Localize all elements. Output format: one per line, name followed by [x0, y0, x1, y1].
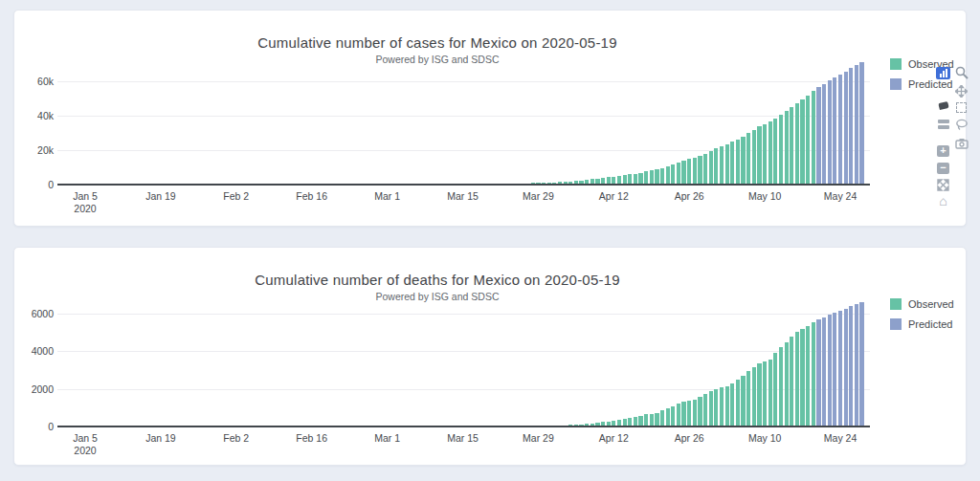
bar-predicted: [844, 309, 848, 426]
bar-observed: [746, 371, 750, 426]
legend-label: Observed: [908, 298, 954, 310]
observed-swatch-icon: [890, 58, 902, 70]
bar-observed: [703, 154, 707, 185]
y-tick-label: 60k: [14, 75, 54, 88]
bar-predicted: [828, 315, 832, 426]
x-tick-label: Feb 16: [278, 190, 345, 203]
box-select-icon[interactable]: [954, 100, 969, 114]
zoom-in-icon[interactable]: +: [936, 144, 950, 158]
bar-observed: [779, 115, 783, 185]
observed-swatch-icon: [890, 298, 902, 310]
y-tick-label: 2000: [14, 383, 54, 396]
x-tick-label: May 24: [807, 432, 874, 445]
bar-observed: [655, 413, 658, 426]
compare-hover-icon[interactable]: [936, 118, 950, 131]
y-tick-label: 6000: [14, 307, 54, 320]
y-tick-label: 20k: [14, 143, 54, 157]
legend-item-predicted[interactable]: Predicted: [890, 318, 970, 330]
x-tick-label: Apr 26: [656, 190, 723, 203]
bar-observed: [800, 99, 804, 185]
x-tick-label: Jan 52020: [52, 190, 119, 215]
autoscale-icon[interactable]: [936, 178, 950, 191]
x-tick-label: Feb 16: [278, 432, 345, 445]
bar-predicted: [855, 304, 858, 426]
bar-observed: [806, 326, 810, 426]
legend-item-observed[interactable]: Observed: [890, 298, 970, 310]
predicted-swatch-icon: [890, 318, 902, 330]
y-gridline: [57, 351, 870, 352]
bar-observed: [709, 391, 713, 426]
bar-observed: [725, 386, 729, 426]
y-tick-label: 0: [14, 178, 54, 191]
x-tick-label: Mar 1: [354, 190, 421, 203]
bar-predicted: [838, 311, 842, 426]
plotly-logo-icon[interactable]: [936, 66, 950, 79]
bar-predicted: [822, 84, 826, 185]
bar-observed: [806, 96, 810, 185]
bar-predicted: [833, 77, 836, 185]
y-tick-label: 0: [14, 420, 54, 433]
cases-chart-card: Cumulative number of cases for Mexico on…: [13, 10, 967, 227]
bar-observed: [681, 161, 685, 185]
bar-observed: [730, 142, 734, 185]
bar-predicted: [859, 302, 863, 426]
bar-observed: [763, 361, 767, 426]
x-tick-label: Jan 19: [127, 190, 194, 203]
bar-observed: [741, 137, 745, 185]
bar-observed: [795, 332, 799, 426]
deaths-chart-card: Cumulative number of deaths for Mexico o…: [13, 247, 967, 466]
bar-observed: [693, 400, 697, 426]
legend-label: Predicted: [908, 318, 952, 330]
x-tick-label: May 24: [807, 190, 874, 203]
bar-predicted: [816, 87, 820, 185]
bar-observed: [752, 367, 756, 426]
camera-icon[interactable]: [954, 137, 969, 150]
x-tick-label: Feb 2: [203, 190, 270, 203]
zoom-icon[interactable]: [954, 66, 969, 79]
bar-observed: [720, 387, 724, 426]
bar-predicted: [838, 75, 842, 185]
bar-observed: [736, 380, 740, 426]
bar-predicted: [828, 80, 832, 185]
bar-observed: [681, 402, 685, 426]
bar-observed: [768, 360, 772, 426]
bar-predicted: [859, 62, 863, 185]
x-tick-label: May 10: [731, 190, 798, 203]
x-tick-label: Apr 12: [580, 432, 647, 445]
x-tick-label: Jan 52020: [52, 432, 119, 457]
bar-observed: [795, 103, 799, 185]
x-axis-line: [57, 184, 870, 186]
lasso-select-icon[interactable]: [954, 118, 969, 131]
bar-observed: [790, 337, 793, 426]
bar-observed: [736, 140, 740, 185]
bar-observed: [752, 130, 756, 185]
bar-observed: [687, 159, 691, 185]
x-tick-label: Mar 15: [430, 190, 497, 203]
x-tick-label: Apr 12: [580, 190, 647, 203]
bar-observed: [698, 156, 702, 185]
bar-observed: [773, 119, 777, 185]
x-tick-label: Jan 19: [127, 432, 194, 445]
bar-observed: [785, 342, 789, 426]
bar-observed: [698, 397, 702, 426]
bar-observed: [660, 410, 664, 426]
bar-observed: [655, 169, 658, 185]
bar-observed: [720, 146, 724, 185]
bar-predicted: [849, 306, 853, 426]
reset-axes-home-icon[interactable]: ⌂: [936, 194, 950, 208]
bar-observed: [746, 133, 750, 185]
x-tick-label: Mar 29: [504, 190, 571, 203]
x-tick-label: Apr 26: [656, 432, 723, 445]
bar-observed: [660, 168, 664, 185]
y-gridline: [57, 81, 870, 82]
x-tick-label: Mar 15: [430, 432, 497, 445]
bar-observed: [644, 171, 648, 185]
y-gridline: [57, 116, 870, 117]
toggle-spikelines-icon[interactable]: [936, 98, 950, 112]
zoom-out-icon[interactable]: −: [936, 162, 950, 175]
bar-observed: [677, 404, 680, 426]
bar-observed: [714, 389, 718, 426]
legend: Observed Predicted: [890, 298, 970, 339]
plot-area: 0200040006000Jan 52020Jan 19Feb 2Feb 16M…: [14, 248, 966, 465]
pan-icon[interactable]: [954, 84, 969, 98]
